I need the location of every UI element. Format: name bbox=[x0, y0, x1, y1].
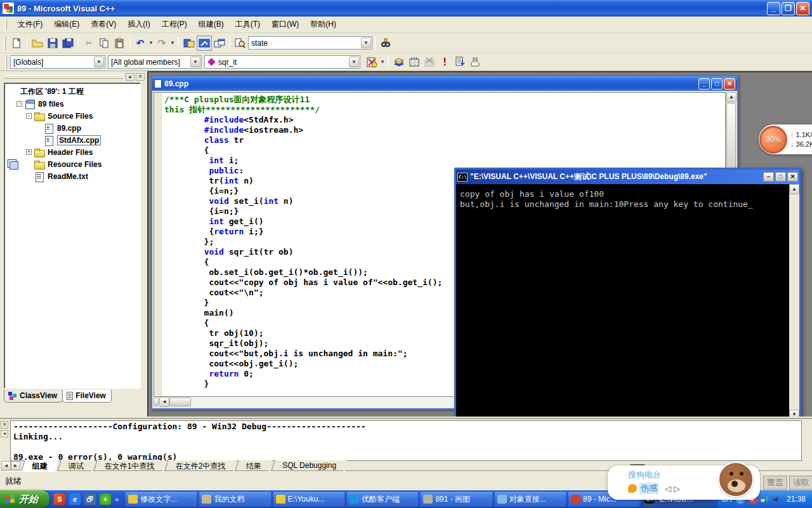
build-output[interactable]: --------------------Configuration: 89 - … bbox=[10, 420, 802, 461]
output-dock-icon[interactable]: ◂ bbox=[1, 430, 8, 438]
editor-minimize-button[interactable]: _ bbox=[698, 78, 710, 90]
ie-icon[interactable]: e bbox=[69, 493, 81, 505]
tabs-scroll-right-icon[interactable]: ► bbox=[11, 461, 20, 471]
tree-item[interactable]: 工作区 '89': 1 工程 bbox=[6, 86, 139, 98]
redo-icon[interactable]: ↷ bbox=[154, 36, 169, 51]
tree-expander-icon[interactable]: - bbox=[26, 113, 32, 119]
taskbar-button[interactable]: 891 - 画图 bbox=[421, 492, 492, 507]
console-output[interactable]: copy of obj has i value of100but,obj.i i… bbox=[456, 184, 789, 420]
new-file-icon[interactable] bbox=[9, 36, 24, 51]
output-tab-在文件2中查找[interactable]: 在文件2中查找 bbox=[164, 460, 236, 471]
execute-icon[interactable]: ! bbox=[437, 55, 452, 70]
wizard-action-icon[interactable] bbox=[364, 55, 379, 70]
workspace-minimize-icon[interactable]: ▲ bbox=[126, 73, 134, 81]
taskbar-button[interactable]: 优酷客户端 bbox=[347, 492, 418, 507]
prev-track-icon[interactable]: ◁ bbox=[665, 484, 674, 493]
menu-item-3[interactable]: 插入(I) bbox=[122, 17, 155, 32]
open-file-icon[interactable] bbox=[30, 36, 45, 51]
network-speed-widget[interactable]: 90% ↑ 1.1K/S ↓ 36.2K/S bbox=[759, 124, 812, 154]
tree-item[interactable]: StdAfx.cpp bbox=[6, 134, 139, 146]
menu-item-1[interactable]: 编辑(E) bbox=[48, 17, 85, 32]
console-vertical-scrollbar[interactable]: ▲ ▼ bbox=[789, 184, 799, 420]
find-combo-arrow[interactable]: ▼ bbox=[361, 37, 371, 48]
find-combo[interactable]: state ▼ bbox=[248, 36, 372, 50]
globals-combo-arrow[interactable]: ▼ bbox=[94, 57, 104, 67]
show-desktop-icon[interactable]: 🗗 bbox=[84, 493, 96, 505]
tree-item[interactable]: +Header Files bbox=[6, 146, 139, 158]
paste-icon[interactable] bbox=[112, 36, 127, 51]
quicklaunch-overflow-icon[interactable]: » bbox=[115, 495, 119, 503]
tab-classview[interactable]: ClassView bbox=[4, 390, 63, 403]
close-button[interactable]: ✕ bbox=[796, 2, 809, 15]
radio-widget[interactable]: 搜狗电台 伤感 ◁▷ bbox=[608, 465, 760, 500]
taskbar-button[interactable]: 我的文档 bbox=[199, 492, 270, 507]
editor-maximize-button[interactable]: □ bbox=[711, 78, 723, 90]
network-tray-icon[interactable] bbox=[760, 495, 769, 504]
menu-item-5[interactable]: 组建(B) bbox=[193, 17, 230, 32]
output-toggle-icon[interactable] bbox=[197, 36, 212, 51]
globals-combo[interactable]: [Globals] ▼ bbox=[10, 55, 105, 69]
overlay-label-cover[interactable]: 覆盖 bbox=[763, 476, 787, 490]
build-icon[interactable] bbox=[407, 55, 422, 70]
output-tab-结果[interactable]: 结果 bbox=[235, 460, 273, 471]
undo-icon[interactable]: ↶ bbox=[133, 36, 148, 51]
scroll-up-icon[interactable]: ▲ bbox=[726, 92, 737, 102]
console-maximize-button[interactable]: □ bbox=[775, 172, 786, 182]
bear-avatar[interactable] bbox=[718, 462, 754, 497]
workspace-toggle-icon[interactable] bbox=[181, 36, 197, 51]
redo-dropdown-arrow[interactable]: ▼ bbox=[169, 36, 176, 51]
minimize-button[interactable]: _ bbox=[767, 2, 780, 15]
menubar-grip[interactable] bbox=[5, 19, 7, 30]
go-icon[interactable] bbox=[452, 55, 468, 70]
members-combo[interactable]: [All global members] ▼ bbox=[108, 55, 202, 69]
windows-icon[interactable] bbox=[212, 36, 227, 51]
restore-button[interactable]: ❐ bbox=[782, 2, 795, 15]
tree-expander-icon[interactable]: - bbox=[16, 101, 22, 107]
output-tab-在文件1中查找[interactable]: 在文件1中查找 bbox=[93, 460, 165, 471]
taskbar-button[interactable]: 修改文字... bbox=[126, 492, 197, 507]
output-tab-组建[interactable]: 组建 bbox=[21, 460, 58, 471]
tree-expander-icon[interactable]: + bbox=[26, 149, 32, 155]
save-all-icon[interactable] bbox=[60, 36, 75, 51]
stop-build-icon[interactable] bbox=[422, 55, 437, 70]
symbol-combo[interactable]: sqr_it ▼ bbox=[204, 55, 360, 69]
menu-item-6[interactable]: 工具(T) bbox=[230, 17, 266, 32]
menu-item-8[interactable]: 帮助(H) bbox=[304, 17, 342, 32]
editor-close-button[interactable]: ✕ bbox=[724, 78, 735, 90]
tab-fileview[interactable]: FileView bbox=[62, 390, 112, 403]
tree-item[interactable]: -89 files bbox=[6, 98, 139, 110]
workspace-grip[interactable]: ▲ ✕ bbox=[3, 72, 145, 81]
insert-breakpoint-icon[interactable] bbox=[468, 55, 483, 70]
tabs-scroll-left-icon[interactable]: ◄ bbox=[1, 461, 11, 471]
tree-item[interactable]: -Source Files bbox=[6, 110, 139, 122]
wizardbar-grip[interactable] bbox=[5, 55, 7, 69]
volume-tray-icon[interactable] bbox=[772, 495, 782, 504]
overlay-label-read[interactable]: 读取 bbox=[789, 476, 812, 490]
save-icon[interactable] bbox=[45, 36, 60, 51]
next-track-icon[interactable]: ▷ bbox=[674, 484, 683, 493]
tree-item[interactable]: ReadMe.txt bbox=[6, 170, 139, 182]
editor-titlebar[interactable]: 89.cpp _ □ ✕ bbox=[152, 76, 737, 91]
tree-item[interactable]: Resource Files bbox=[6, 158, 139, 170]
copy-icon[interactable] bbox=[96, 36, 112, 51]
taskbar-button[interactable]: 对象直接... bbox=[495, 492, 566, 507]
output-close-icon[interactable]: ✕ bbox=[1, 421, 8, 429]
find-icon[interactable] bbox=[378, 36, 393, 51]
menu-item-2[interactable]: 查看(V) bbox=[85, 17, 122, 32]
menu-item-0[interactable]: 文件(F) bbox=[12, 17, 48, 32]
taskbar-button[interactable]: E:\Youku... bbox=[273, 492, 344, 507]
scroll-left-icon[interactable]: ◄ bbox=[159, 397, 169, 407]
plus-icon[interactable]: + bbox=[100, 493, 111, 505]
toolbar-grip[interactable] bbox=[4, 36, 6, 50]
output-tab-SQL Debugging[interactable]: SQL Debugging bbox=[272, 460, 347, 471]
start-button[interactable]: 开始 bbox=[0, 490, 49, 508]
workspace-close-icon[interactable]: ✕ bbox=[136, 73, 145, 81]
console-minimize-button[interactable]: – bbox=[763, 172, 774, 182]
compile-icon[interactable] bbox=[391, 55, 407, 70]
sogou-icon[interactable]: S bbox=[54, 493, 65, 505]
cut-icon[interactable]: ✂ bbox=[81, 36, 96, 51]
output-tab-调试[interactable]: 调试 bbox=[57, 460, 95, 471]
split-box[interactable] bbox=[154, 398, 159, 406]
menu-item-4[interactable]: 工程(P) bbox=[156, 17, 193, 32]
console-scroll-up-icon[interactable]: ▲ bbox=[789, 184, 799, 194]
